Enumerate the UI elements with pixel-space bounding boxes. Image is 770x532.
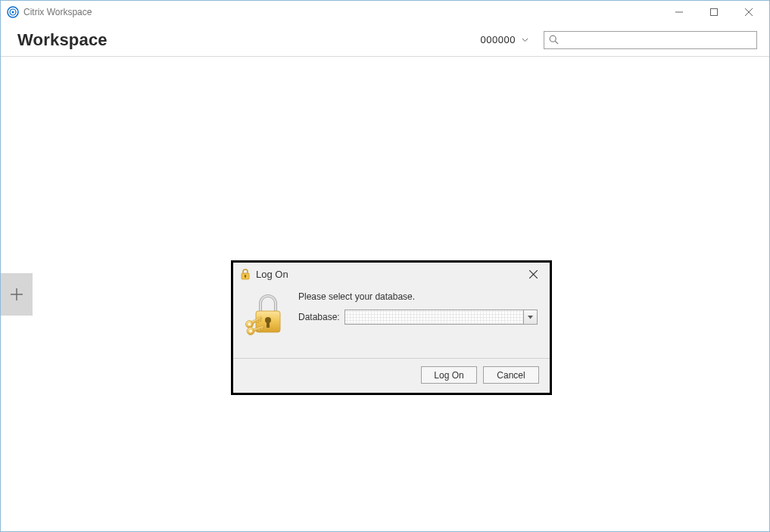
dialog-titlebar: Log On [233,263,550,285]
svg-point-7 [550,36,556,42]
svg-line-8 [555,41,558,44]
lock-icon [239,268,251,280]
close-button[interactable] [731,1,766,23]
search-input[interactable] [544,31,757,49]
user-dropdown-chevron-icon[interactable] [522,38,528,42]
dialog-close-button[interactable] [522,265,544,283]
citrix-icon [7,6,19,18]
database-row: Database: [298,310,538,325]
database-combobox[interactable] [344,310,538,325]
dialog-title: Log On [256,269,522,280]
workspace-heading: Workspace [17,30,108,50]
search-icon [549,35,559,45]
dialog-form: Please select your database. Database: [292,290,538,341]
chevron-down-icon[interactable] [524,310,538,325]
svg-rect-13 [245,276,245,278]
logon-dialog: Log On [231,260,552,395]
window-controls [662,1,766,23]
window-titlebar: Citrix Workspace [1,1,769,23]
database-label: Database: [298,312,340,322]
svg-rect-18 [267,322,270,328]
minimize-button[interactable] [662,1,697,23]
user-code: 000000 [481,34,516,45]
dialog-instruction: Please select your database. [298,291,538,302]
cancel-button[interactable]: Cancel [483,366,539,384]
database-input[interactable] [344,310,524,325]
add-button[interactable] [1,273,33,316]
svg-rect-4 [711,9,718,16]
dialog-body: Please select your database. Database: [233,285,550,358]
toolbar: Workspace 000000 [1,23,769,57]
logon-button[interactable]: Log On [421,366,477,384]
maximize-button[interactable] [697,1,731,23]
main-content: Log On [1,57,769,531]
window-title: Citrix Workspace [23,7,662,17]
svg-marker-29 [528,316,533,319]
dialog-footer: Log On Cancel [233,358,550,393]
svg-point-2 [12,11,14,14]
lock-keys-icon [239,290,292,341]
